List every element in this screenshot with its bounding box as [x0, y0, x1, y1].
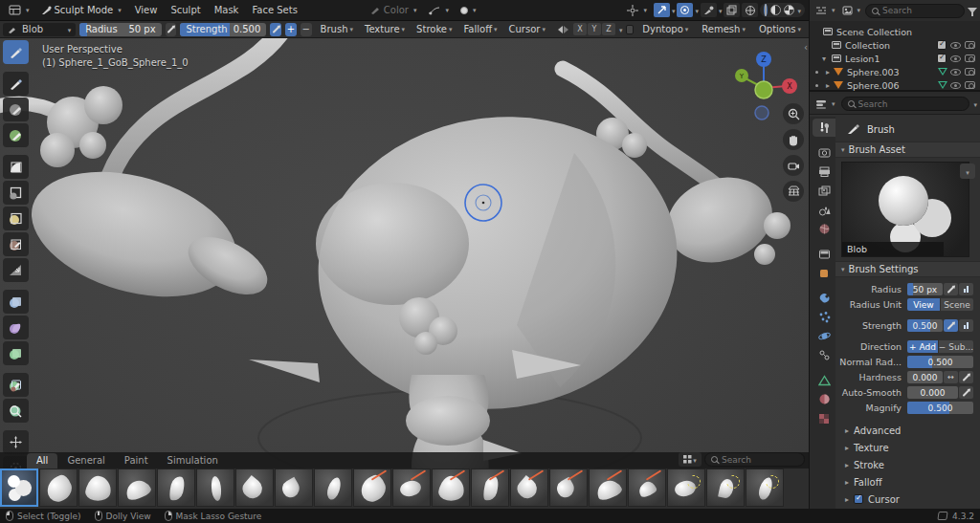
brush-thumbnail-18[interactable] — [706, 469, 745, 507]
shelf-tab-paint[interactable]: Paint — [115, 453, 158, 469]
outliner-search[interactable] — [865, 4, 965, 18]
outliner-search-input[interactable] — [882, 6, 934, 15]
hide-viewport-icon[interactable] — [950, 82, 961, 89]
viewport-canvas[interactable]: User Perspective (1) Sphere_1_GoB_Sphere… — [0, 38, 809, 509]
tool-box-mask[interactable] — [3, 290, 29, 314]
popover-falloff[interactable]: Falloff — [459, 23, 502, 35]
shading-dropdown[interactable] — [797, 5, 801, 15]
magnify-slider[interactable]: 0.500 — [907, 402, 973, 414]
shelf-tab-simulation[interactable]: Simulation — [158, 453, 228, 469]
mirror-x-button[interactable]: X — [573, 23, 587, 35]
brush-thumbnail-15[interactable] — [589, 469, 627, 507]
snap-dropdown[interactable] — [672, 5, 676, 15]
shading-material-button[interactable] — [770, 5, 781, 15]
brush-thumbnail-12[interactable] — [471, 469, 509, 507]
direction-sub-button[interactable]: −Sub... — [939, 340, 973, 353]
dyntopo-popover[interactable]: Dyntopo — [637, 23, 693, 35]
brush-thumbnail-6[interactable] — [235, 469, 274, 507]
panel-advanced[interactable]: ▸Advanced — [835, 422, 980, 439]
brush-thumbnail-4[interactable] — [157, 469, 195, 507]
gizmo-center[interactable] — [755, 81, 772, 98]
brush-thumbnail-3[interactable] — [118, 469, 156, 507]
brush-thumbnail-16[interactable] — [628, 469, 666, 507]
radius-pressure-button[interactable] — [944, 283, 958, 295]
falloff-curve-button[interactable] — [423, 4, 454, 17]
hide-viewport-icon[interactable] — [950, 69, 961, 76]
radius-unit-scene-button[interactable]: Scene — [941, 298, 973, 311]
auto-smooth-pressure-button[interactable] — [959, 386, 973, 399]
gizmo-negative-z[interactable] — [755, 106, 768, 120]
strength-pressure-button[interactable] — [270, 23, 281, 36]
dyntopo-checkbox[interactable] — [626, 25, 634, 34]
properties-search-input[interactable] — [858, 99, 916, 109]
menu-sculpt[interactable]: Sculpt — [164, 3, 207, 17]
shading-rendered-button[interactable] — [784, 5, 794, 15]
properties-tab-collection[interactable] — [813, 245, 835, 263]
visibility-checkbox[interactable] — [937, 54, 947, 63]
tool-draw-face-set[interactable] — [3, 373, 29, 397]
strength-slider[interactable]: Strength 0.500 — [180, 23, 266, 36]
tool-magnify[interactable] — [3, 399, 29, 423]
strength-pressure-curve[interactable] — [959, 319, 973, 332]
brush-thumbnail-10[interactable] — [392, 469, 431, 507]
mirror-z-button[interactable]: Z — [602, 23, 615, 35]
brush-thumbnail-2[interactable] — [78, 469, 117, 507]
hide-viewport-icon[interactable] — [950, 42, 961, 49]
properties-tab-scene[interactable] — [813, 201, 835, 219]
popover-stroke[interactable]: Stroke — [412, 23, 457, 35]
pan-button[interactable] — [783, 129, 804, 150]
brush-thumbnail-17[interactable] — [667, 469, 705, 507]
shelf-search-input[interactable] — [722, 455, 798, 465]
brush-thumbnail-14[interactable] — [549, 469, 588, 507]
radius-slider[interactable]: Radius 50 px — [79, 23, 162, 36]
popover-cursor[interactable]: Cursor — [504, 23, 550, 35]
properties-tab-physics[interactable] — [813, 327, 835, 345]
mirror-dropdown[interactable] — [619, 24, 623, 34]
shelf-display-mode-button[interactable] — [679, 452, 702, 467]
shelf-tab-all[interactable]: All — [27, 453, 57, 469]
brush-asset-dropdown[interactable] — [960, 163, 975, 179]
tool-crease[interactable] — [3, 232, 29, 256]
shelf-search[interactable] — [704, 452, 805, 467]
disable-render-icon[interactable] — [965, 54, 975, 62]
brush-settings-panel-header[interactable]: ▾ Brush Settings — [835, 261, 980, 277]
zoom-button[interactable] — [783, 103, 804, 124]
strength-slider[interactable]: 0.500 — [907, 319, 943, 332]
outliner-row-scene collection[interactable]: Scene Collection — [810, 25, 980, 38]
sidebar-collapse-arrow[interactable]: ‹ — [804, 42, 808, 53]
tool-mask[interactable] — [3, 155, 29, 179]
properties-tab-particles[interactable] — [813, 308, 835, 326]
properties-tab-data[interactable] — [813, 371, 835, 389]
editor-type-button[interactable] — [4, 3, 34, 17]
filter-icon[interactable] — [968, 8, 977, 13]
radius-unit-toggle[interactable] — [959, 283, 973, 295]
brush-thumbnail-11[interactable] — [432, 469, 470, 507]
brush-thumbnail-19[interactable] — [746, 469, 784, 507]
brush-thumbnail-8[interactable] — [314, 469, 352, 507]
direction-add-button[interactable]: + — [285, 23, 297, 36]
properties-search[interactable] — [841, 97, 970, 111]
snap-toggle[interactable] — [654, 3, 670, 17]
tool-lasso-mask[interactable] — [3, 316, 29, 339]
proportional-dropdown[interactable] — [695, 5, 699, 15]
strength-pressure-button[interactable] — [944, 319, 958, 332]
shelf-tab-general[interactable]: General — [57, 453, 114, 469]
properties-tab-view-layer[interactable] — [813, 182, 835, 200]
brush-thumbnail-0[interactable] — [0, 469, 38, 507]
tool-move[interactable] — [3, 430, 29, 454]
options-popover[interactable]: Options — [754, 23, 806, 35]
shading-solid-button[interactable] — [764, 4, 768, 16]
tool-draw-sharp[interactable] — [3, 72, 29, 96]
properties-tab-texture[interactable] — [813, 409, 835, 427]
cursor-checkbox[interactable] — [854, 494, 863, 504]
tool-line-project[interactable] — [3, 258, 29, 282]
eyedropper-button[interactable] — [701, 3, 717, 17]
brush-thumbnail-1[interactable] — [39, 469, 78, 507]
disable-render-icon[interactable] — [965, 81, 975, 89]
properties-tab-constraints[interactable] — [813, 346, 835, 364]
hardness-invert-button[interactable]: ↔ — [944, 371, 958, 383]
tool-box-trim[interactable] — [3, 181, 29, 205]
brush-selector[interactable]: Blob — [3, 23, 76, 36]
menu-face-sets[interactable]: Face Sets — [245, 3, 303, 17]
brush-asset-panel-header[interactable]: ▾ Brush Asset — [835, 142, 980, 158]
